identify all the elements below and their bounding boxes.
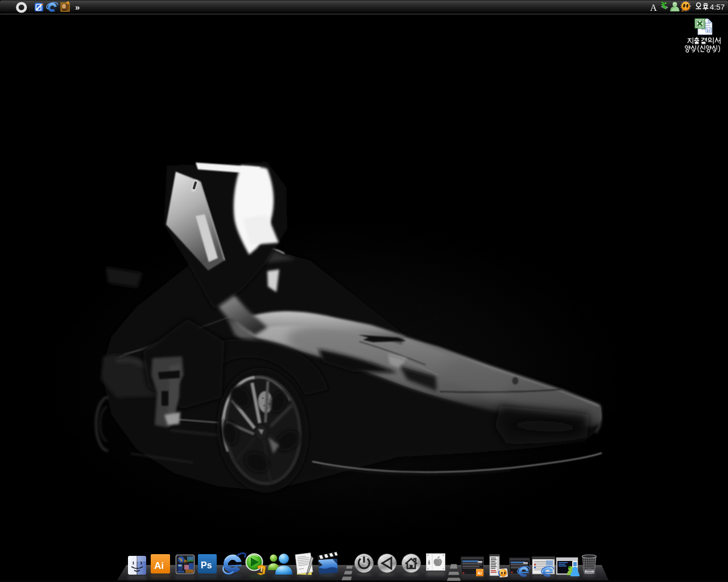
svg-text:Ai: Ai: [477, 571, 482, 576]
svg-text:Ps: Ps: [201, 560, 212, 570]
svg-text:4:57: 4:57: [710, 3, 725, 11]
svg-text:A: A: [650, 2, 657, 13]
svg-text:»: »: [75, 2, 80, 12]
svg-text:Ai: Ai: [154, 560, 164, 571]
